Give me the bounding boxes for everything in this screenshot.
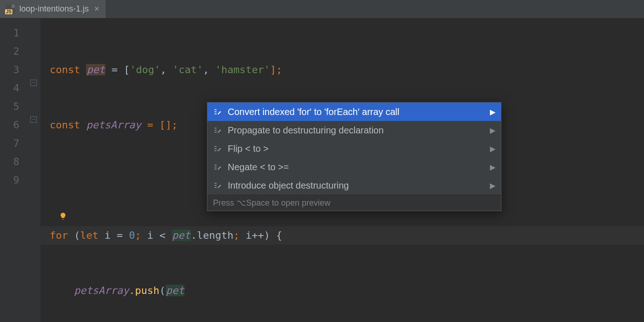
punct: ; — [135, 230, 147, 241]
editor-tab[interactable]: loop-intentions-1.js × — [0, 0, 106, 18]
intention-item[interactable]: Convert indexed 'for' to 'forEach' array… — [207, 103, 501, 121]
punct: . — [129, 285, 135, 296]
string: 'dog' — [130, 64, 160, 75]
intention-item[interactable]: Propagate to destructuring declaration▶ — [207, 121, 501, 139]
intention-label: Flip < to > — [228, 144, 484, 154]
line-number: 1 — [0, 24, 28, 42]
chevron-right-icon: ▶ — [490, 108, 495, 116]
punct: ( — [74, 230, 80, 241]
line-number: 2 — [0, 42, 28, 61]
intention-edit-icon — [213, 126, 222, 135]
identifier: i — [147, 230, 160, 241]
intention-item[interactable]: Introduce object destructuring▶ — [207, 176, 501, 195]
punct: , — [203, 64, 215, 75]
intention-bulb-icon[interactable] — [59, 175, 69, 185]
line-number: 3 — [0, 61, 28, 79]
intention-label: Negate < to >= — [228, 162, 484, 172]
indent — [50, 285, 74, 296]
identifier: petsArray — [74, 285, 129, 296]
punct: ; — [233, 230, 246, 241]
close-icon[interactable]: × — [93, 4, 100, 14]
intention-label: Introduce object destructuring — [228, 180, 484, 191]
line-number: 7 — [0, 134, 28, 153]
punct: ]; — [270, 64, 282, 75]
keyword: const — [50, 119, 86, 131]
intention-edit-icon — [213, 162, 222, 172]
identifier: pet — [172, 230, 191, 241]
punct: = — [110, 230, 129, 241]
fold-toggle-icon[interactable]: − — [30, 80, 37, 86]
punct: ( — [159, 285, 165, 296]
method: push — [135, 285, 159, 296]
chevron-right-icon: ▶ — [490, 144, 495, 153]
identifier: petsArray — [86, 119, 141, 131]
identifier: pet — [166, 285, 185, 296]
intention-actions-popup: Convert indexed 'for' to 'forEach' array… — [207, 102, 501, 211]
punct: , — [160, 64, 172, 75]
number: 0 — [129, 230, 135, 241]
keyword: let — [80, 230, 104, 241]
intention-label: Convert indexed 'for' to 'forEach' array… — [228, 107, 484, 117]
chevron-right-icon: ▶ — [490, 181, 495, 190]
tab-bar: loop-intentions-1.js × — [0, 0, 644, 18]
chevron-right-icon: ▶ — [490, 163, 495, 172]
string: 'hamster' — [215, 64, 270, 75]
fold-toggle-icon[interactable]: − — [30, 116, 37, 123]
js-file-icon — [6, 5, 15, 14]
operator: < — [159, 230, 172, 241]
identifier: i — [104, 230, 110, 241]
line-number: 9 — [0, 171, 28, 190]
code-line[interactable]: for (let i = 0; i < pet.length; i++) { — [50, 226, 644, 245]
identifier: i — [246, 230, 252, 241]
tab-filename: loop-intentions-1.js — [19, 4, 89, 14]
intention-edit-icon — [213, 181, 222, 190]
line-number-gutter: 1 2 3 4 5 6 7 8 9 — [0, 18, 28, 322]
punct: = [ — [105, 64, 130, 75]
line-number: 5 — [0, 98, 28, 116]
string: 'cat' — [172, 64, 203, 75]
intention-item[interactable]: Flip < to >▶ — [207, 139, 501, 158]
code-line[interactable]: petsArray.push(pet — [50, 282, 644, 300]
fold-gutter: − − — [28, 18, 40, 322]
popup-footer-hint: Press ⌥Space to open preview — [207, 195, 501, 211]
line-number: 6 — [0, 116, 28, 134]
keyword: const — [50, 64, 86, 75]
intention-item[interactable]: Negate < to >=▶ — [207, 158, 501, 176]
line-number: 4 — [0, 79, 28, 98]
line-number: 8 — [0, 153, 28, 171]
punct: ) { — [264, 230, 282, 241]
punct: = []; — [141, 119, 178, 131]
operator: ++ — [252, 230, 264, 241]
intention-label: Propagate to destructuring declaration — [228, 125, 484, 136]
property: .length — [191, 230, 234, 241]
keyword: for — [50, 230, 74, 241]
chevron-right-icon: ▶ — [490, 126, 495, 135]
code-line[interactable]: const pet = ['dog', 'cat', 'hamster']; — [50, 61, 644, 79]
intention-edit-icon — [213, 144, 222, 153]
intention-edit-icon — [213, 107, 222, 116]
identifier: pet — [86, 64, 105, 75]
